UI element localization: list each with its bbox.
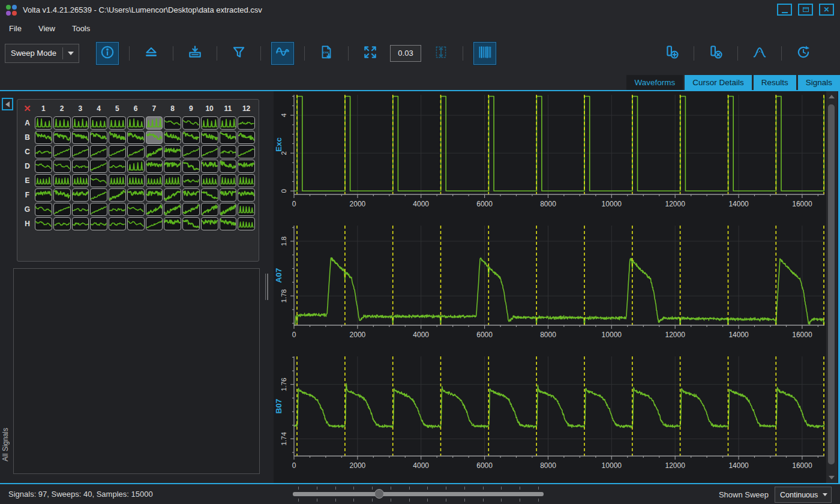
well-cell-A9[interactable] bbox=[182, 116, 200, 130]
well-cell-E10[interactable] bbox=[201, 174, 218, 187]
well-cell-H1[interactable] bbox=[35, 217, 52, 230]
well-cell-H12[interactable] bbox=[238, 217, 255, 230]
filter-button[interactable] bbox=[227, 42, 250, 65]
well-cell-A5[interactable] bbox=[109, 116, 126, 130]
tab-waveforms[interactable]: Waveforms bbox=[626, 75, 683, 90]
well-cell-E2[interactable] bbox=[53, 174, 71, 187]
well-cell-B6[interactable] bbox=[127, 131, 145, 144]
import-button[interactable] bbox=[184, 42, 206, 65]
well-cell-A10[interactable] bbox=[201, 116, 218, 130]
well-cell-A2[interactable] bbox=[53, 116, 71, 130]
clear-selection-button[interactable]: ✕ bbox=[20, 101, 34, 116]
sweep-mode-select[interactable]: Sweep Mode bbox=[5, 44, 79, 63]
well-cell-F11[interactable] bbox=[220, 188, 237, 202]
minimize-button[interactable] bbox=[777, 4, 792, 16]
maximize-button[interactable] bbox=[798, 4, 813, 16]
tab-signals[interactable]: Signals bbox=[798, 75, 840, 90]
shown-sweep-select[interactable]: Continuous bbox=[775, 487, 832, 503]
well-cell-H5[interactable] bbox=[109, 217, 126, 230]
well-cell-D3[interactable] bbox=[72, 160, 89, 173]
well-cell-A12[interactable] bbox=[238, 116, 255, 130]
well-cell-H7[interactable] bbox=[146, 217, 163, 230]
well-cell-B8[interactable] bbox=[164, 131, 181, 144]
well-cell-D10[interactable] bbox=[201, 160, 218, 173]
chevron-down-icon[interactable] bbox=[823, 493, 827, 496]
well-cell-A11[interactable] bbox=[220, 116, 237, 130]
well-cell-C10[interactable] bbox=[201, 145, 218, 158]
well-cell-E7[interactable] bbox=[146, 174, 163, 187]
well-cell-E3[interactable] bbox=[72, 174, 89, 187]
well-cell-B4[interactable] bbox=[90, 131, 107, 144]
well-cell-H8[interactable] bbox=[164, 217, 181, 230]
well-cell-C8[interactable] bbox=[164, 145, 181, 158]
well-cell-F8[interactable] bbox=[164, 188, 181, 202]
close-button[interactable]: ✕ bbox=[819, 4, 834, 16]
collapse-panel-button[interactable] bbox=[2, 98, 13, 110]
scrollbar-thumb[interactable] bbox=[828, 104, 835, 464]
tab-results[interactable]: Results bbox=[754, 75, 796, 90]
well-cell-D6[interactable] bbox=[127, 160, 145, 173]
well-cell-D11[interactable] bbox=[220, 160, 237, 173]
menu-view[interactable]: View bbox=[38, 24, 55, 33]
well-cell-F4[interactable] bbox=[90, 188, 107, 202]
remove-signal-button[interactable] bbox=[704, 42, 727, 65]
well-cell-F10[interactable] bbox=[201, 188, 218, 202]
well-cell-A6[interactable] bbox=[127, 116, 145, 130]
well-cell-B3[interactable] bbox=[72, 131, 89, 144]
waveform-button[interactable] bbox=[271, 42, 294, 65]
well-cell-F6[interactable] bbox=[127, 188, 145, 202]
well-cell-E1[interactable] bbox=[35, 174, 52, 187]
well-cell-E4[interactable] bbox=[90, 174, 107, 187]
well-cell-C1[interactable] bbox=[35, 145, 52, 158]
well-cell-C12[interactable] bbox=[238, 145, 255, 158]
well-cell-G8[interactable] bbox=[164, 203, 181, 216]
well-cell-G11[interactable] bbox=[220, 203, 237, 216]
well-cell-E11[interactable] bbox=[220, 174, 237, 187]
well-cell-D2[interactable] bbox=[53, 160, 71, 173]
well-cell-E12[interactable] bbox=[238, 174, 255, 187]
scale-value-input[interactable] bbox=[390, 45, 421, 62]
well-cell-C7[interactable] bbox=[146, 145, 163, 158]
well-cell-H2[interactable] bbox=[53, 217, 71, 230]
well-cell-E9[interactable] bbox=[182, 174, 200, 187]
well-cell-H9[interactable] bbox=[182, 217, 200, 230]
eject-button[interactable] bbox=[140, 42, 163, 65]
well-cell-E5[interactable] bbox=[109, 174, 126, 187]
well-cell-G9[interactable] bbox=[182, 203, 200, 216]
well-cell-B11[interactable] bbox=[220, 131, 237, 144]
csv-export-button[interactable]: csv bbox=[315, 42, 338, 65]
well-cell-H10[interactable] bbox=[201, 217, 218, 230]
well-cell-A4[interactable] bbox=[90, 116, 107, 130]
well-cell-G5[interactable] bbox=[109, 203, 126, 216]
menu-file[interactable]: File bbox=[9, 24, 22, 33]
v-fit-button[interactable] bbox=[430, 42, 452, 65]
well-cell-A1[interactable] bbox=[35, 116, 52, 130]
well-cell-A8[interactable] bbox=[164, 116, 181, 130]
chart-b07[interactable]: 02000400060008000100001200014000160001.7… bbox=[274, 353, 827, 484]
peak-button[interactable] bbox=[748, 42, 771, 65]
add-signal-button[interactable] bbox=[661, 42, 683, 65]
well-cell-F2[interactable] bbox=[53, 188, 71, 202]
well-cell-B2[interactable] bbox=[53, 131, 71, 144]
well-cell-F12[interactable] bbox=[238, 188, 255, 202]
well-cell-D5[interactable] bbox=[109, 160, 126, 173]
well-cell-D12[interactable] bbox=[238, 160, 255, 173]
well-cell-C6[interactable] bbox=[127, 145, 145, 158]
well-cell-C11[interactable] bbox=[220, 145, 237, 158]
well-cell-C9[interactable] bbox=[182, 145, 200, 158]
info-button[interactable] bbox=[96, 42, 119, 65]
well-cell-C2[interactable] bbox=[53, 145, 71, 158]
well-cell-E8[interactable] bbox=[164, 174, 181, 187]
well-cell-D1[interactable] bbox=[35, 160, 52, 173]
well-cell-H6[interactable] bbox=[127, 217, 145, 230]
well-cell-G4[interactable] bbox=[90, 203, 107, 216]
vertical-scrollbar[interactable] bbox=[826, 91, 837, 483]
well-cell-H11[interactable] bbox=[220, 217, 237, 230]
chart-exc[interactable]: 0200040006000800010000120001400016000024… bbox=[274, 91, 827, 222]
well-cell-F7[interactable] bbox=[146, 188, 163, 202]
well-cell-B10[interactable] bbox=[201, 131, 218, 144]
history-button[interactable] bbox=[792, 42, 815, 65]
well-cell-G3[interactable] bbox=[72, 203, 89, 216]
well-cell-D7[interactable] bbox=[146, 160, 163, 173]
well-cell-D4[interactable] bbox=[90, 160, 107, 173]
